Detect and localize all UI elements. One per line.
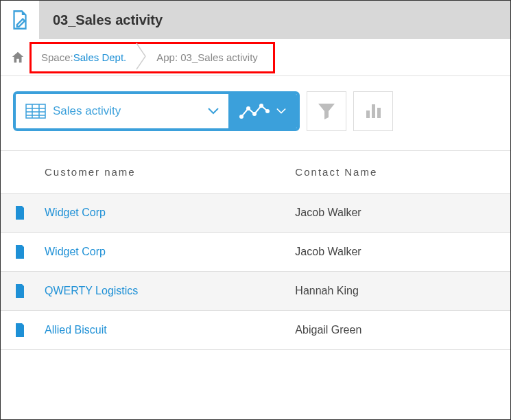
breadcrumb-app-label: App: 03_Sales activity	[156, 51, 258, 63]
bar-chart-icon	[364, 102, 382, 120]
page-title: 03_Sales activity	[53, 12, 163, 28]
contact-name: Abigail Green	[295, 324, 361, 336]
document-icon	[8, 284, 32, 298]
svg-rect-13	[377, 108, 381, 118]
customer-link[interactable]: QWERTY Logistics	[45, 285, 138, 296]
graph-view-button[interactable]	[228, 94, 297, 128]
col-icon	[1, 151, 34, 194]
col-customer[interactable]: Customer name	[34, 151, 284, 194]
line-chart-icon	[239, 102, 270, 121]
svg-rect-0	[26, 104, 45, 118]
table-row[interactable]: Widget CorpJacob Walker	[1, 194, 510, 233]
breadcrumb-highlight: Space: Sales Dept. App: 03_Sales activit…	[29, 42, 275, 73]
customer-link[interactable]: Allied Biscuit	[45, 324, 107, 336]
table-icon	[25, 104, 46, 119]
chevron-right-icon	[136, 43, 147, 72]
svg-point-7	[246, 106, 250, 110]
chart-button[interactable]	[353, 91, 393, 131]
table-row[interactable]: QWERTY LogisticsHannah King	[1, 272, 510, 311]
breadcrumb-space-label: Space:	[41, 51, 73, 63]
svg-point-10	[265, 109, 270, 113]
breadcrumb-space[interactable]: Space: Sales Dept.	[32, 44, 136, 71]
records-table: Customer name Contact Name Widget CorpJa…	[1, 151, 510, 350]
funnel-icon	[317, 102, 336, 120]
svg-point-8	[252, 112, 257, 116]
col-contact[interactable]: Contact Name	[284, 151, 510, 194]
view-dropdown[interactable]: Sales activity	[16, 94, 228, 128]
document-edit-icon	[8, 8, 32, 32]
contact-name: Jacob Walker	[295, 246, 361, 257]
customer-link[interactable]: Widget Corp	[45, 207, 106, 218]
home-icon[interactable]	[10, 50, 25, 65]
svg-rect-11	[366, 110, 370, 118]
document-icon	[8, 206, 32, 220]
contact-name: Hannah King	[295, 285, 359, 296]
svg-rect-12	[372, 104, 375, 118]
document-icon	[8, 245, 32, 259]
svg-point-9	[259, 104, 263, 108]
toolbar: Sales activity	[1, 76, 510, 151]
app-logo[interactable]	[1, 1, 39, 39]
svg-point-6	[239, 115, 243, 119]
contact-name: Jacob Walker	[295, 207, 361, 218]
document-icon	[8, 323, 32, 337]
chevron-down-icon	[276, 108, 286, 115]
breadcrumb-space-link[interactable]: Sales Dept.	[73, 51, 127, 63]
table-row[interactable]: Allied BiscuitAbigail Green	[1, 311, 510, 350]
customer-link[interactable]: Widget Corp	[45, 246, 106, 257]
breadcrumb: Space: Sales Dept. App: 03_Sales activit…	[1, 39, 510, 76]
view-selector-group: Sales activity	[13, 91, 300, 131]
chevron-down-icon	[208, 106, 219, 117]
app-header: 03_Sales activity	[1, 1, 510, 39]
breadcrumb-app: App: 03_Sales activity	[147, 44, 268, 71]
filter-button[interactable]	[307, 91, 346, 131]
view-dropdown-label: Sales activity	[53, 104, 121, 118]
table-row[interactable]: Widget CorpJacob Walker	[1, 233, 510, 272]
